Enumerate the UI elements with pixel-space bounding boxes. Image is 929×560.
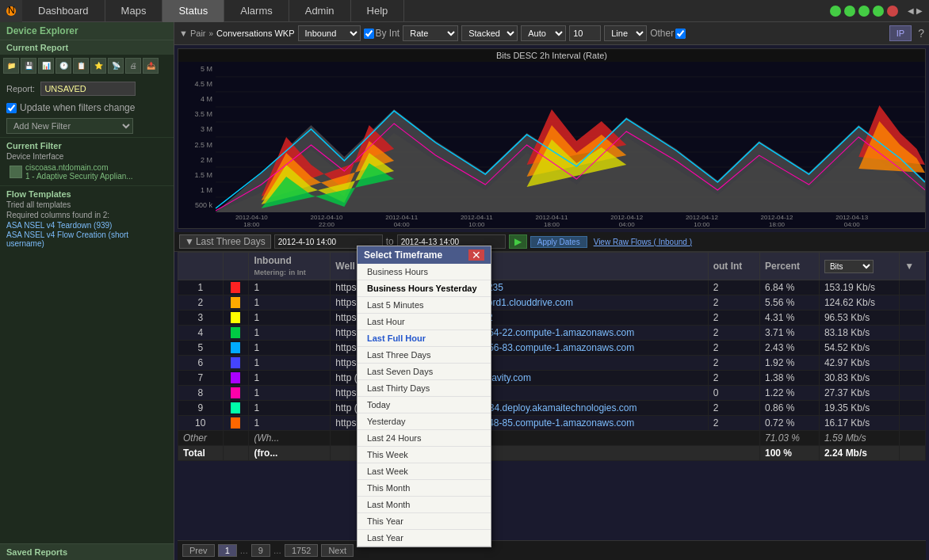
data-section: Inbound Metering: in Int Well Known Dest… xyxy=(178,252,926,560)
y-label-7: 2 M xyxy=(180,156,212,164)
row-bits: 16.17 Kb/s xyxy=(819,416,899,431)
tab-alarms[interactable]: Alarms xyxy=(224,0,289,22)
tab-maps[interactable]: Maps xyxy=(105,0,163,22)
chart-svg xyxy=(178,62,925,212)
next-button[interactable]: Next xyxy=(321,544,354,557)
dropdown-item[interactable]: Last Hour xyxy=(357,314,491,330)
rate-select[interactable]: RateTotalPackets xyxy=(403,25,458,41)
row-out-int: 2 xyxy=(708,371,759,386)
col-num[interactable] xyxy=(178,253,224,280)
icon-folder[interactable]: 📁 xyxy=(3,58,19,74)
row-out-int: 2 xyxy=(708,310,759,326)
row-empty xyxy=(900,341,926,356)
toolbar-filter-label: ▼ Pair xyxy=(179,29,206,38)
icon-print[interactable]: 🖨 xyxy=(125,58,141,74)
device-name[interactable]: ciscoasa.ntdomain.com xyxy=(25,163,133,172)
row-bits: 27.37 Kb/s xyxy=(819,386,899,401)
timeframe-button[interactable]: ▼ Last Three Days xyxy=(179,234,271,249)
prev-button[interactable]: Prev xyxy=(182,544,215,557)
apply-dates-button[interactable]: Apply Dates xyxy=(530,236,587,248)
icon-clock[interactable]: 🕐 xyxy=(55,58,71,74)
total-note: (fro... xyxy=(249,446,331,461)
page-9-button[interactable]: 9 xyxy=(251,544,270,557)
svg-text:N: N xyxy=(8,5,15,16)
icon-rss[interactable]: 📡 xyxy=(108,58,124,74)
row-in-int: 1 xyxy=(249,280,331,295)
x-label-3: 2012-04-1104:00 xyxy=(364,214,439,228)
stacked-select[interactable]: StackedOverlaid xyxy=(461,25,518,41)
dropdown-item[interactable]: Last Full Hour xyxy=(357,330,491,347)
icon-export[interactable]: 📤 xyxy=(143,58,159,74)
row-out-int: 2 xyxy=(708,401,759,416)
dropdown-close-button[interactable]: ✕ xyxy=(468,250,484,261)
col-color xyxy=(223,253,249,280)
tab-status[interactable]: Status xyxy=(162,0,224,22)
row-empty xyxy=(900,416,926,431)
row-in-int: 1 xyxy=(249,295,331,310)
add-filter-row: Add New Filter xyxy=(6,118,167,134)
col-bits[interactable]: BitsBytesPackets xyxy=(819,253,899,280)
dropdown-item[interactable]: This Year xyxy=(357,513,491,530)
dropdown-item[interactable]: Last Thirty Days xyxy=(357,380,491,397)
col-in-int[interactable]: Inbound Metering: in Int xyxy=(249,253,331,280)
row-color xyxy=(223,341,249,356)
row-color xyxy=(223,310,249,326)
update-checkbox[interactable] xyxy=(6,103,17,113)
y-label-8: 1.5 M xyxy=(180,171,212,179)
tab-dashboard[interactable]: Dashboard xyxy=(22,0,105,22)
flow-link-2[interactable]: ASA NSEL v4 Flow Creation (short usernam… xyxy=(6,230,167,248)
dropdown-item[interactable]: Last 5 Minutes xyxy=(357,297,491,314)
col-sort-arrow: ▼ xyxy=(900,253,926,280)
time-controls: ▼ Last Three Days to ▶ Apply Dates View … xyxy=(174,232,929,252)
page-1-button[interactable]: 1 xyxy=(218,544,237,557)
x-label-1: 2012-04-1018:00 xyxy=(214,214,289,228)
x-label-9: 2012-04-1304:00 xyxy=(814,214,889,228)
dropdown-item[interactable]: Last Three Days xyxy=(357,347,491,364)
dropdown-item[interactable]: Last 24 Hours xyxy=(357,430,491,447)
ellipsis: ... xyxy=(240,545,248,556)
help-icon[interactable]: ? xyxy=(918,27,924,40)
other-checkbox[interactable] xyxy=(675,29,686,39)
icon-chart[interactable]: 📊 xyxy=(38,58,54,74)
tab-admin[interactable]: Admin xyxy=(289,0,351,22)
dropdown-item[interactable]: Business Hours Yesterday xyxy=(357,280,491,297)
icon-table[interactable]: 📋 xyxy=(73,58,89,74)
row-percent: 5.56 % xyxy=(759,295,819,310)
flow-link-1[interactable]: ASA NSEL v4 Teardown (939) xyxy=(6,221,167,230)
icon-star[interactable]: ⭐ xyxy=(90,58,106,74)
auto-select[interactable]: AutoFixed xyxy=(521,25,566,41)
dropdown-item[interactable]: Yesterday xyxy=(357,413,491,430)
view-raw-link[interactable]: View Raw Flows ( Inbound ) xyxy=(594,238,692,246)
tab-help[interactable]: Help xyxy=(351,0,405,22)
play-button[interactable]: ▶ xyxy=(509,234,527,249)
col-percent[interactable]: Percent xyxy=(759,253,819,280)
dropdown-item[interactable]: Last Week xyxy=(357,463,491,480)
by-int-checkbox[interactable] xyxy=(364,29,374,39)
data-table: Inbound Metering: in Int Well Known Dest… xyxy=(178,252,926,461)
ip-button[interactable]: IP xyxy=(889,25,912,41)
dropdown-item[interactable]: This Month xyxy=(357,480,491,497)
device-interface[interactable]: 1 - Adaptive Security Applian... xyxy=(25,172,133,181)
total-percent: 100 % xyxy=(759,446,819,461)
number-input[interactable] xyxy=(569,25,601,41)
row-bits: 153.19 Kb/s xyxy=(819,280,899,295)
icon-save[interactable]: 💾 xyxy=(21,58,36,74)
table-row: 9 1 http (80 TCP) a23-32-12-234.deploy.a… xyxy=(178,401,926,416)
dropdown-item[interactable]: Last Month xyxy=(357,497,491,513)
dropdown-item[interactable]: This Week xyxy=(357,447,491,463)
add-filter-select[interactable]: Add New Filter xyxy=(6,118,133,134)
dropdown-item[interactable]: Today xyxy=(357,397,491,413)
row-out-int: 2 xyxy=(708,341,759,356)
bits-select[interactable]: BitsBytesPackets xyxy=(824,260,874,273)
dropdown-item[interactable]: Last Year xyxy=(357,530,491,547)
last-page-button[interactable]: 1752 xyxy=(285,544,318,557)
row-empty xyxy=(900,280,926,295)
line-select[interactable]: LineAreaBar xyxy=(604,25,647,41)
inbound-select[interactable]: InboundOutboundBoth xyxy=(298,25,361,41)
total-label: Total xyxy=(178,446,224,461)
dropdown-item[interactable]: Last Seven Days xyxy=(357,364,491,380)
dropdown-item[interactable]: Business Hours xyxy=(357,264,491,280)
report-name-input[interactable] xyxy=(40,82,136,96)
row-percent: 1.92 % xyxy=(759,356,819,371)
col-out-int[interactable]: out Int xyxy=(708,253,759,280)
